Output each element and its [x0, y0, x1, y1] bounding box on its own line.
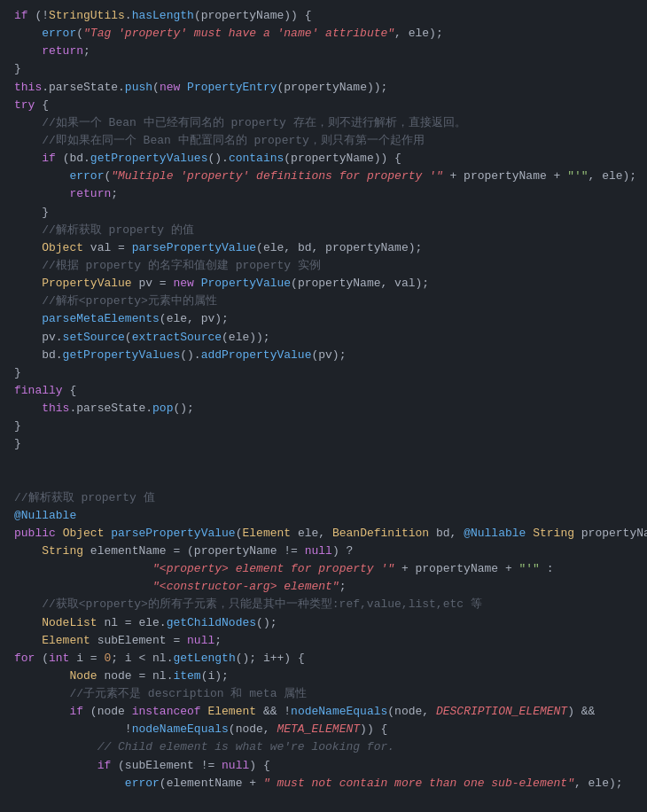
code-line: !nodeNameEquals(node, META_ELEMENT)) { — [0, 721, 647, 738]
code-line: return; — [0, 185, 647, 203]
code-line: Object val = parsePropertyValue(ele, bd,… — [0, 239, 647, 257]
code-line: parseMetaElements(ele, pv); — [0, 310, 647, 328]
code-line: if (node instanceof Element && !nodeName… — [0, 703, 647, 721]
code-line — [0, 472, 647, 489]
code-line: } — [0, 418, 647, 435]
code-line: //子元素不是 description 和 meta 属性 — [0, 685, 647, 703]
code-line: for (int i = 0; i < nl.getLength(); i++)… — [0, 650, 647, 668]
code-line: public Object parsePropertyValue(Element… — [0, 525, 647, 543]
code-line: //解析<property>元素中的属性 — [0, 293, 647, 310]
code-line: try { — [0, 97, 647, 114]
code-line: //解析获取 property 值 — [0, 489, 647, 507]
code-line: } — [0, 364, 647, 382]
code-line: //根据 property 的名字和值创建 property 实例 — [0, 257, 647, 275]
code-line: //解析获取 property 的值 — [0, 222, 647, 239]
code-line: bd.getPropertyValues().addPropertyValue(… — [0, 347, 647, 364]
code-line: @Nullable — [0, 507, 647, 525]
code-line: //即如果在同一个 Bean 中配置同名的 property，则只有第一个起作用 — [0, 132, 647, 150]
code-line: error("Multiple 'property' definitions f… — [0, 168, 647, 185]
code-line: if (subElement != null) { — [0, 757, 647, 775]
code-line: this.parseState.push(new PropertyEntry(p… — [0, 79, 647, 97]
code-line: error(elementName + " must not contain m… — [0, 775, 647, 792]
code-editor: if (!StringUtils.hasLength(propertyName)… — [0, 0, 647, 800]
code-line: "<constructor-arg> element"; — [0, 578, 647, 596]
code-line: String elementName = (propertyName != nu… — [0, 543, 647, 560]
code-line: } — [0, 204, 647, 222]
code-line: } — [0, 60, 647, 78]
code-line: // Child element is what we're looking f… — [0, 738, 647, 756]
code-line: } — [0, 435, 647, 453]
code-line: return; — [0, 43, 647, 60]
code-line: NodeList nl = ele.getChildNodes(); — [0, 614, 647, 632]
code-line: "<property> element for property '" + pr… — [0, 560, 647, 578]
code-line: Element subElement = null; — [0, 632, 647, 650]
code-line: PropertyValue pv = new PropertyValue(pro… — [0, 275, 647, 293]
code-line: //获取<property>的所有子元素，只能是其中一种类型:ref,value… — [0, 596, 647, 613]
code-line: Node node = nl.item(i); — [0, 668, 647, 685]
code-line: finally { — [0, 382, 647, 400]
code-line: if (!StringUtils.hasLength(propertyName)… — [0, 7, 647, 25]
code-line: //如果一个 Bean 中已经有同名的 property 存在，则不进行解析，直… — [0, 114, 647, 132]
code-line: if (bd.getPropertyValues().contains(prop… — [0, 150, 647, 168]
code-line: this.parseState.pop(); — [0, 400, 647, 418]
code-line: error("Tag 'property' must have a 'name'… — [0, 25, 647, 43]
code-line — [0, 454, 647, 472]
code-line: pv.setSource(extractSource(ele)); — [0, 329, 647, 347]
